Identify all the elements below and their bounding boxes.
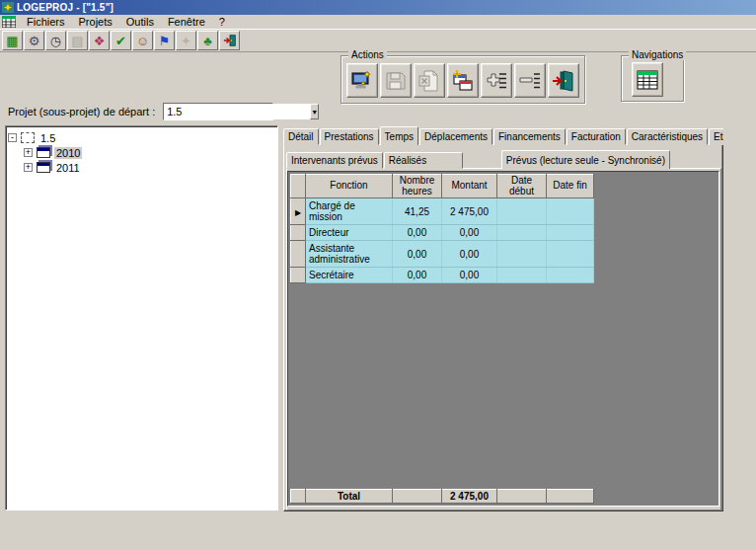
menu-fichiers[interactable]: Fichiers: [20, 15, 72, 29]
cell-date-fin[interactable]: [547, 225, 594, 241]
actions-group-label: Actions: [348, 49, 387, 60]
col-header-nombre-heures[interactable]: Nombre heures: [393, 175, 442, 198]
child-window-icon[interactable]: [2, 16, 16, 28]
table-icon: ▦: [6, 35, 18, 47]
cell-fonction[interactable]: Chargé de mission: [306, 198, 393, 225]
tree-node-label[interactable]: 1.5: [38, 132, 57, 144]
refresh-screen-button[interactable]: [346, 63, 378, 98]
total-date-fin: [547, 490, 594, 504]
app-window: LOGEPROJ - ["1.5"] Fichiers Projets Outi…: [0, 0, 756, 550]
row-selector[interactable]: [291, 225, 306, 241]
subtab-intervenants-prevus[interactable]: Intervenants prévus: [286, 152, 383, 169]
tab-financements[interactable]: Financements: [493, 128, 566, 145]
cell-date-fin[interactable]: [547, 241, 594, 268]
project-tree[interactable]: - 1.5 + 2010 + 2011: [5, 125, 278, 511]
menu-help[interactable]: ?: [212, 15, 232, 29]
add-window-button[interactable]: [447, 63, 479, 98]
intervenants-grid[interactable]: Fonction Nombre heures Montant Date débu…: [290, 174, 594, 283]
toolbar-button-person[interactable]: ☺: [132, 31, 153, 50]
project-combobox[interactable]: ▼: [163, 103, 273, 120]
users-gear-icon: ⚙: [29, 35, 40, 47]
tab-facturation[interactable]: Facturation: [567, 128, 626, 145]
total-selector-cell: [291, 490, 306, 504]
tab-deplacements[interactable]: Déplacements: [419, 128, 492, 145]
table-row[interactable]: Secrétaire 0,00 0,00: [291, 268, 594, 283]
cell-montant[interactable]: 2 475,00: [442, 198, 497, 225]
remove-item-button[interactable]: [514, 63, 546, 98]
tree-node-label[interactable]: 2011: [54, 162, 82, 174]
subtab-realises[interactable]: Réalisés: [384, 152, 463, 169]
combobox-dropdown-button[interactable]: ▼: [310, 104, 319, 119]
save-button: [380, 63, 412, 98]
cell-fonction[interactable]: Directeur: [306, 225, 393, 241]
toolbar-button-users[interactable]: ⚙: [24, 31, 44, 50]
title-bar[interactable]: LOGEPROJ - ["1.5"]: [0, 0, 756, 15]
tree-node-label[interactable]: 2010: [54, 147, 82, 159]
cell-date-debut[interactable]: [497, 198, 547, 225]
cell-fonction[interactable]: Secrétaire: [306, 268, 393, 283]
cell-date-fin[interactable]: [547, 198, 594, 225]
subtab-prevus-synchronise[interactable]: Prévus (lecture seule - Synchronisé): [501, 150, 670, 169]
menu-outils[interactable]: Outils: [119, 15, 161, 29]
clock-icon: ◷: [50, 35, 61, 47]
cell-date-fin[interactable]: [547, 268, 594, 283]
col-header-date-fin[interactable]: Date fin: [547, 175, 594, 198]
cell-nombre-heures[interactable]: 41,25: [393, 198, 442, 225]
current-row-icon: ▶: [295, 208, 301, 217]
collapse-icon[interactable]: -: [8, 133, 17, 142]
navigations-group-label: Navigations: [629, 49, 686, 60]
cell-montant[interactable]: 0,00: [442, 241, 497, 268]
tab-etats[interactable]: Etats: [709, 128, 723, 145]
cell-nombre-heures[interactable]: 0,00: [393, 241, 442, 268]
cell-date-debut[interactable]: [497, 241, 547, 268]
col-header-montant[interactable]: Montant: [442, 175, 497, 198]
cell-nombre-heures[interactable]: 0,00: [393, 225, 442, 241]
cell-montant[interactable]: 0,00: [442, 268, 497, 283]
toolbar-button-exit[interactable]: [219, 31, 240, 50]
exit-door-icon: [223, 34, 237, 47]
col-header-fonction[interactable]: Fonction: [306, 175, 393, 198]
close-button[interactable]: [548, 63, 579, 98]
cell-montant[interactable]: 0,00: [442, 225, 497, 241]
monitor-sync-icon: [350, 69, 374, 93]
row-selector[interactable]: ▶: [291, 198, 306, 225]
add-item-button[interactable]: [481, 63, 512, 98]
expand-icon[interactable]: +: [24, 148, 33, 157]
minus-list-icon: [518, 69, 542, 93]
total-montant: 2 475,00: [442, 490, 497, 504]
project-selector-label: Projet (sous-projet) de départ :: [8, 106, 155, 118]
menu-projets[interactable]: Projets: [72, 15, 119, 29]
tree-node-2011[interactable]: + 2011: [8, 160, 275, 175]
toolbar-button-check[interactable]: ✔: [111, 31, 131, 50]
col-header-date-debut[interactable]: Date début: [497, 175, 547, 198]
toolbar-button-network[interactable]: ❖: [89, 31, 110, 50]
document-icon: ▤: [71, 35, 83, 47]
cell-date-debut[interactable]: [497, 268, 547, 283]
row-selector[interactable]: [291, 241, 306, 268]
toolbar-button-flag[interactable]: ⚑: [154, 31, 175, 50]
project-combobox-input[interactable]: [164, 104, 310, 119]
expand-icon[interactable]: +: [24, 163, 33, 172]
table-row[interactable]: ▶ Chargé de mission 41,25 2 475,00: [291, 198, 594, 225]
cell-fonction[interactable]: Assistante administrative: [306, 241, 393, 268]
menu-fenetre[interactable]: Fenêtre: [161, 15, 212, 29]
tab-detail[interactable]: Détail: [283, 128, 319, 145]
windows-plus-icon: [451, 69, 475, 93]
cell-date-debut[interactable]: [497, 225, 547, 241]
year-icon: [37, 162, 50, 173]
tab-prestations[interactable]: Prestations: [320, 128, 379, 145]
cell-nombre-heures[interactable]: 0,00: [393, 268, 442, 283]
table-view-button[interactable]: [632, 62, 663, 97]
tab-caracteristiques[interactable]: Caractéristiques: [627, 128, 708, 145]
tree-node-root[interactable]: - 1.5: [8, 130, 275, 145]
table-icon: [636, 68, 659, 92]
toolbar-button-table[interactable]: ▦: [2, 31, 23, 50]
toolbar-button-clock[interactable]: ◷: [45, 31, 66, 50]
toolbar-button-frog[interactable]: ♣: [197, 31, 218, 50]
table-row[interactable]: Assistante administrative 0,00 0,00: [291, 241, 594, 268]
table-row[interactable]: Directeur 0,00 0,00: [291, 225, 594, 241]
tree-node-2010[interactable]: + 2010: [8, 145, 275, 160]
project-selector-row: Projet (sous-projet) de départ : ▼: [8, 103, 273, 120]
tab-temps[interactable]: Temps: [380, 126, 418, 145]
row-selector[interactable]: [291, 268, 306, 283]
